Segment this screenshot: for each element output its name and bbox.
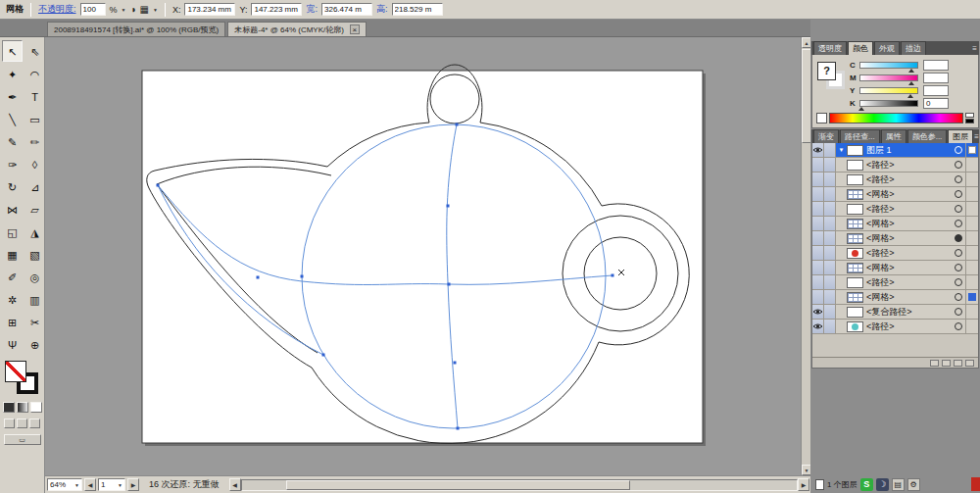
prev-artboard-button[interactable]: ◀: [84, 478, 96, 491]
lock-toggle[interactable]: [824, 173, 836, 186]
make-mask-icon[interactable]: [930, 360, 939, 367]
canvas-area[interactable]: [45, 37, 801, 475]
target-circle[interactable]: [955, 161, 962, 169]
visibility-toggle[interactable]: [812, 143, 824, 157]
selection-chip-cell[interactable]: [965, 173, 978, 186]
artboard-tool[interactable]: ⊞: [2, 311, 23, 332]
selection-chip-cell[interactable]: [965, 305, 978, 319]
slider-marker[interactable]: [908, 81, 914, 85]
channel-value[interactable]: [923, 73, 949, 83]
new-layer-icon[interactable]: [954, 360, 962, 367]
target-circle[interactable]: [955, 322, 962, 330]
hand-tool[interactable]: Ψ: [2, 333, 23, 355]
layer-item-row[interactable]: <路径>: [812, 173, 978, 187]
panel-tab[interactable]: 渐变: [813, 129, 839, 143]
panel-tab[interactable]: 外观: [874, 41, 900, 55]
eraser-tool[interactable]: ◊: [24, 153, 45, 174]
target-circle[interactable]: [955, 293, 962, 301]
channel-value[interactable]: [923, 85, 949, 96]
lock-toggle[interactable]: [824, 275, 836, 289]
eyedropper-tool[interactable]: ✐: [2, 266, 23, 287]
fill-swatch[interactable]: [5, 361, 26, 382]
keyboard-icon[interactable]: ▤: [892, 478, 905, 491]
lock-toggle[interactable]: [824, 305, 836, 319]
color-button[interactable]: [3, 402, 15, 413]
visibility-toggle[interactable]: [812, 231, 824, 245]
rotate-tool[interactable]: ↻: [2, 175, 23, 197]
selection-chip-cell[interactable]: [965, 187, 978, 201]
layer-item-row[interactable]: <网格>: [812, 187, 978, 202]
lock-toggle[interactable]: [824, 290, 836, 304]
target-circle[interactable]: [955, 190, 962, 198]
document-tab[interactable]: 未标题-4* @ 64% (CMYK/轮廓)×: [227, 22, 367, 36]
layer-item-row[interactable]: <网格>: [812, 217, 978, 231]
black-swatch[interactable]: [965, 119, 974, 123]
tab-close-icon[interactable]: ×: [350, 25, 360, 34]
opacity-input[interactable]: [80, 3, 106, 16]
visibility-toggle[interactable]: [812, 290, 824, 304]
target-circle[interactable]: [955, 278, 962, 286]
slider-marker[interactable]: [908, 69, 914, 73]
blend-tool[interactable]: ◎: [24, 266, 45, 287]
selection-tool[interactable]: ↖: [2, 40, 23, 62]
lock-toggle[interactable]: [824, 320, 836, 333]
target-circle[interactable]: [955, 175, 962, 183]
scroll-left-button[interactable]: ◀: [229, 478, 241, 491]
panel-tab[interactable]: 属性: [881, 129, 906, 143]
slider-marker[interactable]: [858, 107, 864, 111]
layer-item-row[interactable]: <复合路径>: [812, 305, 978, 320]
target-circle[interactable]: [955, 205, 962, 213]
selection-chip-cell[interactable]: [965, 290, 978, 304]
width-tool[interactable]: ⋈: [2, 198, 23, 220]
width-input[interactable]: [321, 3, 372, 16]
selection-chip-cell[interactable]: [965, 320, 978, 333]
layer-item-row[interactable]: <网格>: [812, 261, 978, 275]
symbol-sprayer-tool[interactable]: ✲: [2, 288, 23, 310]
magic-wand-tool[interactable]: ✦: [2, 63, 23, 84]
line-segment-tool[interactable]: ╲: [2, 108, 23, 129]
slider-marker[interactable]: [907, 94, 913, 98]
new-sublayer-icon[interactable]: [942, 360, 951, 367]
channel-slider[interactable]: [859, 100, 918, 107]
channel-slider[interactable]: [859, 62, 918, 69]
visibility-toggle[interactable]: [812, 217, 824, 230]
color-spectrum[interactable]: [829, 113, 963, 123]
visibility-toggle[interactable]: [812, 202, 824, 216]
channel-value[interactable]: [923, 60, 949, 71]
perspective-grid-tool[interactable]: ◮: [24, 221, 45, 242]
visibility-toggle[interactable]: [812, 187, 824, 201]
target-circle[interactable]: [955, 264, 962, 271]
layer-row[interactable]: ▼图层 1: [812, 143, 978, 158]
lock-toggle[interactable]: [824, 217, 836, 230]
ime-icon[interactable]: S: [860, 478, 873, 491]
panel-tab[interactable]: 图层: [948, 129, 973, 143]
mask-icon[interactable]: ◑: [129, 5, 135, 15]
draw-inside-button[interactable]: [29, 419, 40, 428]
fill-stroke-proxy[interactable]: [5, 361, 40, 396]
expand-arrow-icon[interactable]: ▼: [836, 147, 847, 153]
lock-toggle[interactable]: [824, 187, 836, 201]
paintbrush-tool[interactable]: ✎: [2, 130, 23, 152]
zoom-dropdown-icon[interactable]: ▼: [74, 482, 79, 488]
scroll-right-button[interactable]: ▶: [798, 478, 809, 491]
lock-toggle[interactable]: [824, 261, 836, 274]
layer-item-row[interactable]: <网格>: [812, 231, 978, 246]
blob-brush-tool[interactable]: ✑: [2, 153, 23, 174]
none-button[interactable]: [30, 402, 42, 413]
lock-toggle[interactable]: [824, 202, 836, 216]
column-graph-tool[interactable]: ▥: [24, 288, 45, 310]
layer-item-row[interactable]: <路径>: [812, 246, 978, 261]
transform-grid-icon[interactable]: ▦: [140, 5, 149, 15]
zoom-level-select[interactable]: 64% ▼: [47, 478, 82, 491]
visibility-toggle[interactable]: [812, 305, 824, 319]
moon-icon[interactable]: ☽: [876, 478, 889, 491]
visibility-toggle[interactable]: [812, 158, 824, 172]
lock-toggle[interactable]: [824, 246, 836, 260]
panel-menu-icon[interactable]: ≡: [974, 131, 979, 143]
panel-tab[interactable]: 路径查...: [840, 129, 880, 143]
panel-tab[interactable]: 颜色参...: [907, 129, 948, 143]
lock-toggle[interactable]: [824, 231, 836, 245]
artboard-dropdown-icon[interactable]: ▼: [118, 482, 122, 488]
next-artboard-button[interactable]: ▶: [127, 478, 139, 491]
scale-tool[interactable]: ⊿: [24, 175, 45, 197]
